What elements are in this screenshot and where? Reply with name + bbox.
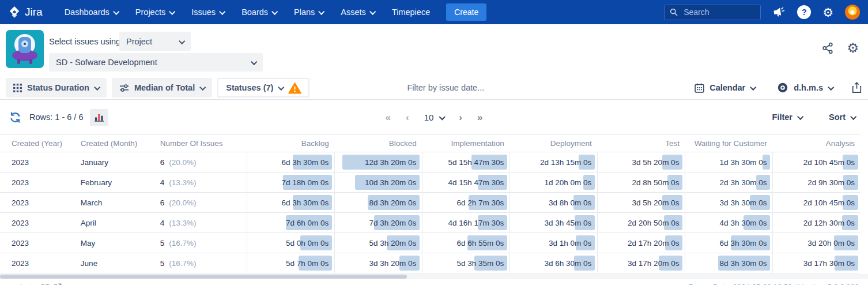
duration-value: 8d 3h 30m 0s	[720, 259, 767, 268]
scrollbar-thumb[interactable]	[0, 275, 407, 279]
top-navbar: Jira DashboardsProjectsIssuesBoardsPlans…	[0, 0, 868, 24]
timepiece-app-icon	[6, 30, 44, 68]
table-row[interactable]: 2023May5(16.7%)5d 0h 0m 0s5d 3h 20m 0s6d…	[0, 233, 861, 253]
navbar-right: ? ⚙ ☻	[664, 5, 860, 20]
cell-created-month: April	[80, 213, 160, 233]
table-row[interactable]: 2023February4(13.3%)7d 18h 0m 0s10d 3h 2…	[0, 172, 861, 193]
column-header-blocked[interactable]: Blocked	[335, 135, 422, 152]
column-header-analysis[interactable]: Analysis	[773, 135, 861, 152]
cell-number-of-issues: 4(13.3%)	[160, 172, 247, 193]
page-size-select[interactable]: 10	[424, 112, 444, 122]
issue-percentage: (13.3%)	[169, 178, 196, 187]
table-row[interactable]: 2023April4(13.3%)7d 6h 0m 0s7d 3h 20m 0s…	[0, 213, 861, 233]
calendar-button[interactable]: Calendar	[691, 82, 758, 93]
duration-value: 2d 10h 45m 0s	[803, 158, 855, 167]
duration-value: 3d 3h 30m 0s	[720, 198, 767, 207]
prev-page-button[interactable]: ‹	[406, 112, 409, 122]
report-header-actions: ⚙	[822, 42, 859, 55]
cell-duration-test: 3d 5h 20m 0s	[598, 193, 685, 213]
cell-created-month: March	[80, 193, 160, 213]
cell-duration-backlog: 5d 7h 0m 0s	[247, 253, 335, 273]
issue-percentage: (20.0%)	[169, 158, 196, 167]
next-page-button[interactable]: ›	[459, 112, 462, 122]
duration-value: 3d 1h 0m 0s	[549, 239, 591, 247]
duration-value: 6d 2h 7m 30s	[457, 198, 504, 207]
cell-duration-waiting-for-customer: 2d 3h 30m 0s	[685, 172, 773, 193]
search-icon	[670, 8, 678, 16]
cell-duration-blocked: 8d 3h 20m 0s	[335, 193, 422, 213]
report-type-button[interactable]: Status Duration	[6, 78, 107, 97]
cell-created-month: June	[80, 253, 160, 273]
chevron-down-icon	[199, 84, 206, 91]
table-row[interactable]: 2023March6(20.0%)6d 3h 30m 0s8d 3h 20m 0…	[0, 193, 861, 213]
table-row[interactable]: 2023June5(16.7%)5d 7h 0m 0s3d 3h 20m 0s5…	[0, 253, 861, 273]
announcements-icon[interactable]	[772, 6, 786, 19]
column-header-deployment[interactable]: Deployment	[510, 135, 598, 152]
export-icon[interactable]	[851, 82, 862, 93]
nav-item-issues[interactable]: Issues	[191, 7, 224, 17]
chart-view-button[interactable]	[90, 109, 108, 126]
filter-button[interactable]: Filter	[769, 112, 806, 122]
cell-duration-test: 2d 8h 50m 0s	[598, 172, 685, 193]
metric-button[interactable]: Median of Total	[112, 78, 212, 97]
statuses-button[interactable]: Statuses (7)	[217, 78, 310, 97]
search-input[interactable]	[682, 7, 754, 17]
issue-date-filter-input[interactable]	[406, 82, 581, 93]
horizontal-scrollbar[interactable]	[0, 274, 868, 279]
cell-created-year: 2023	[0, 233, 80, 253]
nav-item-label: Timepiece	[392, 7, 430, 17]
duration-value: 6d 3h 30m 0s	[281, 198, 329, 207]
table-header-row: Created (Year)Created (Month)Number Of I…	[0, 135, 861, 152]
cell-created-month: February	[80, 172, 160, 193]
jira-logo[interactable]: Jira	[8, 6, 43, 18]
column-header-backlog[interactable]: Backlog	[247, 135, 335, 152]
refresh-icon[interactable]	[9, 111, 21, 123]
nav-item-boards[interactable]: Boards	[241, 7, 277, 17]
column-header-number-of-issues[interactable]: Number Of Issues	[160, 135, 247, 152]
duration-value: 7d 6h 0m 0s	[286, 219, 329, 227]
nav-item-assets[interactable]: Assets	[341, 7, 375, 17]
chevron-down-icon	[850, 114, 856, 120]
duration-value: 2d 8h 50m 0s	[632, 178, 680, 187]
issue-source-select[interactable]: Project	[119, 32, 191, 51]
user-avatar[interactable]: ☻	[845, 5, 860, 20]
project-select[interactable]: SD - Sofware Development	[49, 53, 263, 72]
nav-item-dashboards[interactable]: Dashboards	[65, 7, 118, 17]
column-header-created-month-[interactable]: Created (Month)	[80, 135, 160, 152]
duration-value: 10d 3h 20m 0s	[365, 178, 416, 187]
help-icon[interactable]: ?	[797, 5, 811, 19]
units-button[interactable]: d.h.m.s	[773, 81, 836, 94]
cell-duration-blocked: 3d 3h 20m 0s	[335, 253, 422, 273]
cell-number-of-issues: 5(16.7%)	[160, 253, 247, 273]
chevron-down-icon	[113, 9, 119, 15]
cell-duration-test: 3d 17h 20m 0s	[598, 253, 685, 273]
share-icon[interactable]	[822, 42, 834, 54]
last-page-button[interactable]: »	[477, 112, 482, 122]
cell-duration-waiting-for-customer: 3d 3h 30m 0s	[685, 193, 773, 213]
nav-item-plans[interactable]: Plans	[294, 7, 323, 17]
column-header-waiting-for-customer[interactable]: Waiting for Customer	[685, 135, 773, 152]
nav-item-label: Assets	[341, 7, 366, 17]
filter-label: Filter	[772, 112, 792, 122]
first-page-button[interactable]: «	[386, 112, 391, 122]
nav-item-projects[interactable]: Projects	[135, 7, 174, 17]
cell-created-month: May	[80, 233, 160, 253]
report-settings-gear-icon[interactable]: ⚙	[847, 42, 859, 55]
column-header-test[interactable]: Test	[598, 135, 685, 152]
table-row[interactable]: 2023January6(20.0%)6d 3h 30m 0s12d 3h 20…	[0, 152, 861, 172]
issue-count: 4	[160, 219, 165, 227]
column-header-implementation[interactable]: Implementation	[422, 135, 510, 152]
cell-number-of-issues: 6(20.0%)	[160, 193, 247, 213]
global-search[interactable]	[664, 5, 761, 20]
sort-button[interactable]: Sort	[825, 112, 859, 122]
nav-item-timepiece[interactable]: Timepiece	[392, 7, 430, 17]
create-button[interactable]: Create	[446, 3, 486, 21]
duration-value: 3d 3h 20m 0s	[369, 259, 416, 268]
sort-label: Sort	[829, 112, 846, 122]
external-link-icon[interactable]	[54, 283, 62, 285]
column-header-created-year-[interactable]: Created (Year)	[0, 135, 80, 152]
units-label: d.h.m.s	[794, 83, 823, 92]
cell-duration-waiting-for-customer: 1d 3h 30m 0s	[685, 152, 773, 172]
settings-icon[interactable]: ⚙	[822, 6, 833, 18]
cell-duration-blocked: 10d 3h 20m 0s	[335, 172, 422, 193]
